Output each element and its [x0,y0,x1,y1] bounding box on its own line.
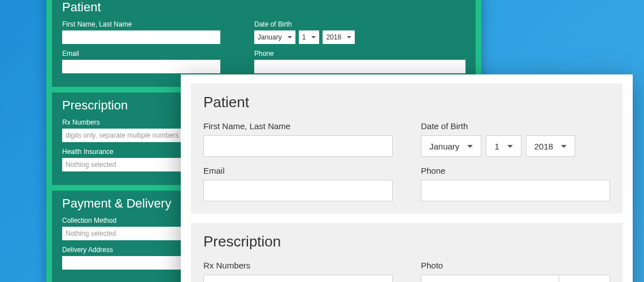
white-rx-input[interactable] [203,275,393,282]
caret-down-icon [507,145,513,148]
green-dob-label: Date of Birth [254,20,465,28]
white-dob-year-select[interactable]: 2018 [526,135,575,157]
green-dob-year-select[interactable]: 2018 [323,30,355,44]
white-dob-month-value: January [429,142,459,151]
green-email-label: Email [62,50,220,58]
green-patient-title: Patient [62,0,465,15]
green-name-label: First Name, Last Name [62,20,220,28]
white-photo-input[interactable] [421,275,559,282]
white-email-input[interactable] [203,180,393,201]
caret-down-icon [347,36,351,38]
caret-down-icon [467,145,473,148]
green-dob-day-value: 1 [302,33,306,41]
white-name-input[interactable] [203,135,393,157]
caret-down-icon [288,36,292,38]
green-dob-month-select[interactable]: January [254,30,295,44]
caret-down-icon [311,36,316,38]
white-dob-label: Date of Birth [421,121,610,131]
white-photo-label: Photo [421,261,610,270]
white-patient-title: Patient [203,94,610,111]
select-file-button[interactable]: Select file [559,275,610,282]
white-email-label: Email [203,166,393,175]
white-dob-day-select[interactable]: 1 [486,135,521,157]
green-phone-input[interactable] [254,60,465,73]
green-dob-month-value: January [258,33,282,41]
white-dob-month-select[interactable]: January [421,135,481,157]
white-patient-section: Patient First Name, Last Name Date of Bi… [191,83,623,214]
white-phone-label: Phone [421,166,610,175]
green-patient-section: Patient First Name, Last Name Date of Bi… [52,0,476,87]
white-phone-input[interactable] [421,180,610,201]
white-name-label: First Name, Last Name [203,121,393,131]
white-dob-year-value: 2018 [534,142,553,151]
white-form-card: Patient First Name, Last Name Date of Bi… [181,74,633,282]
white-prescription-title: Prescription [203,233,610,250]
white-prescription-section: Prescription Rx Numbers Photo Select fil… [191,223,623,282]
caret-down-icon [561,145,567,148]
green-name-input[interactable] [62,30,220,44]
green-dob-year-value: 2018 [326,33,341,41]
green-phone-label: Phone [254,50,465,58]
green-email-input[interactable] [62,60,220,73]
white-dob-day-value: 1 [494,142,499,151]
green-dob-day-select[interactable]: 1 [299,30,320,44]
white-rx-label: Rx Numbers [203,261,393,270]
